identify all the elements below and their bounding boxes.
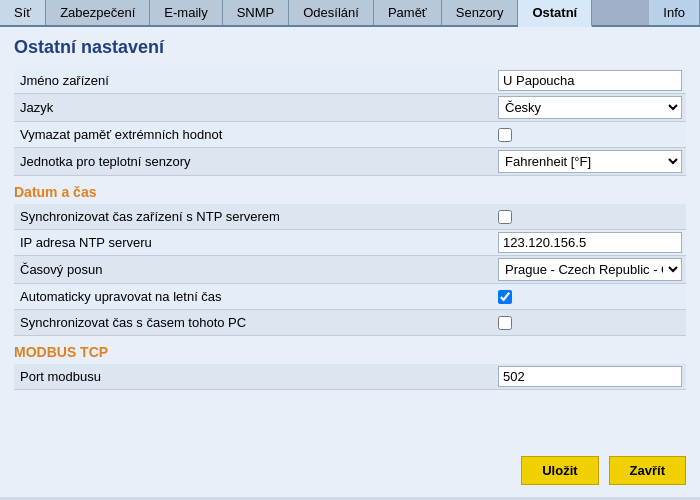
tab-pamet[interactable]: Paměť	[374, 0, 442, 25]
dst-label: Automaticky upravovat na letní čas	[14, 286, 494, 307]
tab-sit[interactable]: Síť	[0, 0, 46, 25]
temp-unit-select[interactable]: Fahrenheit [°F] Celsius [°C]	[498, 150, 682, 173]
form-row-language: Jazyk Česky English	[14, 94, 686, 122]
clear-extremes-checkbox[interactable]	[498, 128, 512, 142]
clear-extremes-label: Vymazat paměť extrémních hodnot	[14, 124, 494, 145]
form-row-time-offset: Časový posun Prague - Czech Republic - C…	[14, 256, 686, 284]
datetime-section: Datum a čas Synchronizovat čas zařízení …	[14, 184, 686, 336]
form-row-ntp-ip: IP adresa NTP serveru	[14, 230, 686, 256]
tab-info[interactable]: Info	[649, 0, 700, 25]
tab-bar: SíťZabezpečeníE-mailySNMPOdesíláníPaměťS…	[0, 0, 700, 27]
tab-ostatni[interactable]: Ostatní	[518, 0, 592, 27]
device-name-input[interactable]	[498, 70, 682, 91]
device-name-field	[494, 68, 686, 93]
clear-extremes-field	[494, 126, 686, 144]
sync-pc-checkbox[interactable]	[498, 316, 512, 330]
tab-odesilani[interactable]: Odesílání	[289, 0, 374, 25]
tab-senzory[interactable]: Senzory	[442, 0, 519, 25]
modbus-port-label: Port modbusu	[14, 366, 494, 387]
modbus-heading: MODBUS TCP	[14, 344, 686, 360]
form-row-temp-unit: Jednotka pro teplotní senzory Fahrenheit…	[14, 148, 686, 176]
language-label: Jazyk	[14, 97, 494, 118]
form-row-dst: Automaticky upravovat na letní čas	[14, 284, 686, 310]
main-content: Ostatní nastavení Jméno zařízení Jazyk Č…	[0, 27, 700, 497]
tab-snmp[interactable]: SNMP	[223, 0, 290, 25]
dst-field	[494, 288, 686, 306]
ntp-sync-field	[494, 208, 686, 226]
tab-zabezpeceni[interactable]: Zabezpečení	[46, 0, 150, 25]
form-row-ntp-sync: Synchronizovat čas zařízení s NTP server…	[14, 204, 686, 230]
ntp-ip-input[interactable]	[498, 232, 682, 253]
datetime-heading: Datum a čas	[14, 184, 686, 200]
button-bar: Uložit Zavřít	[521, 456, 686, 485]
save-button[interactable]: Uložit	[521, 456, 598, 485]
form-row-modbus-port: Port modbusu	[14, 364, 686, 390]
form-row-device-name: Jméno zařízení	[14, 68, 686, 94]
ntp-ip-field	[494, 230, 686, 255]
close-button[interactable]: Zavřít	[609, 456, 686, 485]
temp-unit-label: Jednotka pro teplotní senzory	[14, 151, 494, 172]
modbus-section: MODBUS TCP Port modbusu	[14, 344, 686, 390]
general-section: Jméno zařízení Jazyk Česky English Vymaz…	[14, 68, 686, 176]
device-name-label: Jméno zařízení	[14, 70, 494, 91]
page-title: Ostatní nastavení	[14, 37, 686, 58]
time-offset-field: Prague - Czech Republic - CZ (GA UTC	[494, 256, 686, 283]
ntp-sync-label: Synchronizovat čas zařízení s NTP server…	[14, 206, 494, 227]
time-offset-select[interactable]: Prague - Czech Republic - CZ (GA UTC	[498, 258, 682, 281]
modbus-port-input[interactable]	[498, 366, 682, 387]
sync-pc-label: Synchronizovat čas s časem tohoto PC	[14, 312, 494, 333]
dst-checkbox[interactable]	[498, 290, 512, 304]
language-select[interactable]: Česky English	[498, 96, 682, 119]
temp-unit-field: Fahrenheit [°F] Celsius [°C]	[494, 148, 686, 175]
form-row-clear-extremes: Vymazat paměť extrémních hodnot	[14, 122, 686, 148]
ntp-sync-checkbox[interactable]	[498, 210, 512, 224]
time-offset-label: Časový posun	[14, 259, 494, 280]
modbus-port-field	[494, 364, 686, 389]
sync-pc-field	[494, 314, 686, 332]
language-field: Česky English	[494, 94, 686, 121]
ntp-ip-label: IP adresa NTP serveru	[14, 232, 494, 253]
tab-emaily[interactable]: E-maily	[150, 0, 222, 25]
form-row-sync-pc: Synchronizovat čas s časem tohoto PC	[14, 310, 686, 336]
